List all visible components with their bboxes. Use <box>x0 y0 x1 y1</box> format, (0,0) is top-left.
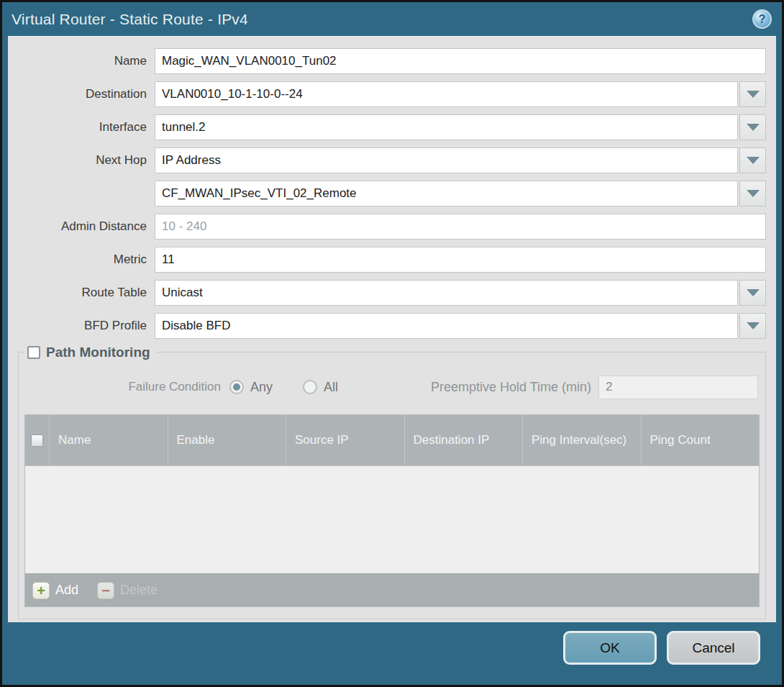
path-monitoring-options-row: Failure Condition Any All Preemptive Hol… <box>26 374 758 400</box>
route-table-input[interactable] <box>155 280 738 306</box>
table-body <box>25 465 759 573</box>
admin-distance-input[interactable] <box>155 214 766 240</box>
column-header-name: Name <box>50 415 168 465</box>
cancel-button[interactable]: Cancel <box>667 631 760 665</box>
dialog-titlebar: Virtual Router - Static Route - IPv4 ? <box>2 2 782 36</box>
form-row-metric: Metric <box>18 247 766 273</box>
radio-option-any[interactable]: Any <box>229 380 273 395</box>
name-input[interactable] <box>155 48 766 74</box>
add-button[interactable]: + Add <box>32 582 78 599</box>
radio-all-icon[interactable] <box>303 380 317 394</box>
radio-all-label: All <box>324 380 338 395</box>
radio-option-all[interactable]: All <box>303 380 338 395</box>
radio-any-icon[interactable] <box>229 380 244 394</box>
help-icon[interactable]: ? <box>752 9 772 29</box>
route-table-label: Route Table <box>18 286 155 300</box>
path-monitoring-legend: Path Monitoring <box>24 345 156 360</box>
column-header-destination-ip: Destination IP <box>405 415 524 465</box>
delete-button-label: Delete <box>120 583 158 598</box>
ok-button[interactable]: OK <box>563 631 657 665</box>
chevron-down-icon <box>747 289 760 296</box>
form-row-admin-distance: Admin Distance <box>18 214 766 240</box>
preemptive-hold-time-label: Preemptive Hold Time (min) <box>431 380 591 395</box>
next-hop-label: Next Hop <box>18 153 155 168</box>
chevron-down-icon <box>747 190 760 197</box>
next-hop-address-dropdown-button[interactable] <box>739 181 766 206</box>
route-table-dropdown-button[interactable] <box>739 280 766 306</box>
chevron-down-icon <box>747 124 760 131</box>
form-row-next-hop: Next Hop <box>18 147 766 173</box>
column-header-enable: Enable <box>168 415 287 465</box>
preemptive-hold-time-input[interactable] <box>598 376 758 399</box>
table-header-checkbox-cell <box>25 415 50 465</box>
delete-button[interactable]: − Delete <box>97 582 158 599</box>
add-button-label: Add <box>55 583 78 598</box>
next-hop-type-input[interactable] <box>155 147 738 173</box>
path-monitoring-table: Name Enable Source IP Destination IP Pin… <box>24 414 760 607</box>
destination-input[interactable] <box>155 81 738 107</box>
destination-dropdown-button[interactable] <box>739 81 766 107</box>
dialog-body: Name Destination Interface Next Hop <box>8 36 776 622</box>
column-header-ping-interval: Ping Interval(sec) <box>523 415 642 465</box>
interface-input[interactable] <box>155 114 738 140</box>
form-row-bfd-profile: BFD Profile <box>18 313 766 339</box>
table-toolbar: + Add − Delete <box>25 573 759 606</box>
radio-any-label: Any <box>250 380 273 395</box>
column-header-source-ip: Source IP <box>286 415 405 465</box>
select-all-checkbox[interactable] <box>31 435 43 447</box>
next-hop-address-input[interactable] <box>155 181 738 206</box>
dialog-title: Virtual Router - Static Route - IPv4 <box>12 11 248 28</box>
form-row-interface: Interface <box>18 114 766 140</box>
bfd-profile-dropdown-button[interactable] <box>739 313 766 339</box>
minus-icon: − <box>97 582 114 599</box>
form-row-next-hop-address <box>18 181 766 206</box>
static-route-dialog: Virtual Router - Static Route - IPv4 ? N… <box>0 0 784 687</box>
form-row-name: Name <box>18 48 766 74</box>
metric-label: Metric <box>18 252 155 267</box>
interface-dropdown-button[interactable] <box>739 114 766 140</box>
admin-distance-label: Admin Distance <box>18 219 155 234</box>
bfd-profile-label: BFD Profile <box>18 319 155 333</box>
failure-condition-radio-group: Any All <box>229 380 361 395</box>
path-monitoring-title: Path Monitoring <box>46 345 150 360</box>
chevron-down-icon <box>747 322 760 329</box>
form-row-route-table: Route Table <box>18 280 766 306</box>
destination-label: Destination <box>18 87 155 101</box>
chevron-down-icon <box>747 157 760 164</box>
bfd-profile-input[interactable] <box>155 313 738 339</box>
path-monitoring-section: Path Monitoring Failure Condition Any Al… <box>18 352 766 619</box>
interface-label: Interface <box>18 120 155 135</box>
chevron-down-icon <box>747 91 760 98</box>
column-header-ping-count: Ping Count <box>642 415 760 465</box>
plus-icon: + <box>32 582 50 599</box>
failure-condition-label: Failure Condition <box>26 380 229 394</box>
table-header-row: Name Enable Source IP Destination IP Pin… <box>25 415 759 465</box>
help-glyph: ? <box>759 13 766 26</box>
metric-input[interactable] <box>155 247 766 273</box>
dialog-footer: OK Cancel <box>4 624 780 681</box>
next-hop-type-dropdown-button[interactable] <box>739 147 766 173</box>
path-monitoring-checkbox[interactable] <box>27 346 40 359</box>
form-row-destination: Destination <box>18 81 766 107</box>
name-label: Name <box>18 54 155 68</box>
